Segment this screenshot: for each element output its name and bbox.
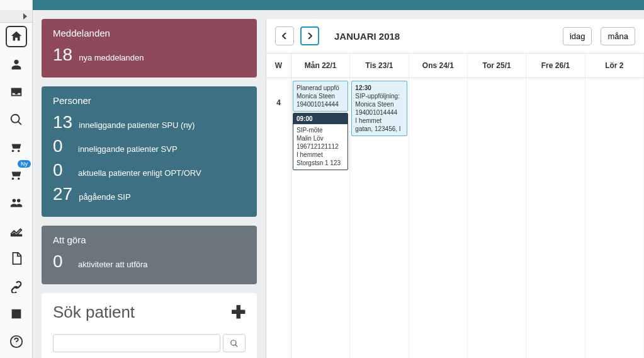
sidebar: Ny <box>0 0 33 358</box>
todo-count: 0 <box>53 251 72 272</box>
day-header: Mån 22/1 <box>291 54 350 78</box>
persons-label-1: inneliggande patienter SVP <box>78 144 178 154</box>
day-column-tue[interactable]: 12:30 SIP-uppföljning: Monica Steen 1940… <box>350 78 409 358</box>
day-header: Ons 24/1 <box>409 54 468 78</box>
sidebar-item-cart-new[interactable]: Ny <box>0 161 32 189</box>
search-icon <box>230 339 239 348</box>
persons-label-3: pågående SIP <box>79 192 130 202</box>
calendar-event[interactable]: Planerad uppfö Monica Steen 194001014444 <box>293 81 348 112</box>
top-bar <box>0 0 644 10</box>
calendar-event[interactable]: 12:30 SIP-uppföljning: Monica Steen 1940… <box>351 81 407 136</box>
day-header: Lör 2 <box>585 54 644 78</box>
day-header: Tis 23/1 <box>350 54 409 78</box>
sidebar-item-link[interactable] <box>0 272 32 300</box>
day-column-sat[interactable] <box>585 78 644 358</box>
day-column-thu[interactable] <box>468 78 526 358</box>
day-header: Fre 26/1 <box>526 54 585 78</box>
sidebar-item-group[interactable] <box>0 189 32 217</box>
inbox-icon <box>9 85 23 99</box>
add-patient-button[interactable]: ✚ <box>231 302 246 323</box>
sidebar-item-inbox[interactable] <box>0 78 32 106</box>
persons-title: Personer <box>53 95 246 106</box>
calendar-view-button[interactable]: måna <box>601 27 635 45</box>
messages-label: nya meddelanden <box>79 53 144 62</box>
sidebar-item-document[interactable] <box>0 245 32 272</box>
patient-search-input[interactable] <box>53 334 220 352</box>
help-icon <box>9 335 23 349</box>
cart-icon <box>9 141 23 154</box>
messages-card[interactable]: Meddelanden 18 nya meddelanden <box>42 19 257 78</box>
todo-title: Att göra <box>53 234 246 245</box>
dashboard-column: Meddelanden 18 nya meddelanden Personer … <box>33 10 266 358</box>
persons-count-3: 27 <box>53 184 72 204</box>
calendar-prev-button[interactable] <box>275 26 294 45</box>
chevron-right-icon <box>307 33 313 39</box>
chart-icon <box>9 224 23 238</box>
news-icon <box>9 307 23 321</box>
week-header: W <box>266 54 291 78</box>
patient-search-button[interactable] <box>223 334 246 352</box>
persons-label-2: aktuella patienter enligt OPT/ORV <box>78 168 201 178</box>
messages-title: Meddelanden <box>53 28 246 38</box>
day-column-wed[interactable] <box>409 78 468 358</box>
calendar-next-button[interactable] <box>300 26 319 45</box>
day-column-mon[interactable]: Planerad uppfö Monica Steen 194001014444… <box>291 78 350 358</box>
persons-count-0: 13 <box>53 112 72 132</box>
todo-card[interactable]: Att göra 0 aktiviteter att utföra <box>42 226 257 284</box>
sidebar-item-person[interactable] <box>0 50 32 78</box>
sidebar-item-chart[interactable] <box>0 217 32 245</box>
chevron-left-icon <box>281 33 288 39</box>
week-number: 4 <box>266 78 291 358</box>
persons-label-0: inneliggande patienter SPU (ny) <box>79 120 195 130</box>
new-badge: Ny <box>18 160 31 168</box>
calendar-today-button[interactable]: idag <box>563 27 592 45</box>
search-icon <box>9 113 23 127</box>
calendar-title: JANUARI 2018 <box>334 31 400 42</box>
sidebar-item-search[interactable] <box>0 106 32 134</box>
group-icon <box>9 196 23 210</box>
search-title: Sök patient <box>53 303 135 322</box>
link-icon <box>9 279 23 293</box>
sidebar-expand-toggle[interactable] <box>0 10 32 23</box>
persons-card[interactable]: Personer 13 inneliggande patienter SPU (… <box>42 86 257 217</box>
calendar-panel: JANUARI 2018 idag måna W Mån 22/1 Tis 23… <box>266 19 644 358</box>
day-header: Tor 25/1 <box>468 54 526 78</box>
messages-count: 18 <box>53 45 72 65</box>
persons-count-2: 0 <box>53 160 72 180</box>
sidebar-item-help[interactable] <box>0 328 32 355</box>
day-column-fri[interactable] <box>526 78 585 358</box>
sidebar-item-news[interactable] <box>0 300 32 328</box>
person-icon <box>9 57 23 71</box>
sidebar-item-home[interactable] <box>0 23 32 50</box>
persons-count-1: 0 <box>53 136 72 156</box>
calendar-event[interactable]: 09:00 SIP-möte Malin Löv 196712121112 I … <box>293 113 348 170</box>
todo-label: aktiviteter att utföra <box>78 260 148 269</box>
search-patient-card: Sök patient ✚ Senaste patienter Malin Lö… <box>42 293 257 358</box>
home-icon <box>9 30 23 43</box>
document-icon <box>9 251 23 265</box>
cart-icon <box>9 168 23 182</box>
sidebar-item-cart[interactable] <box>0 134 32 161</box>
